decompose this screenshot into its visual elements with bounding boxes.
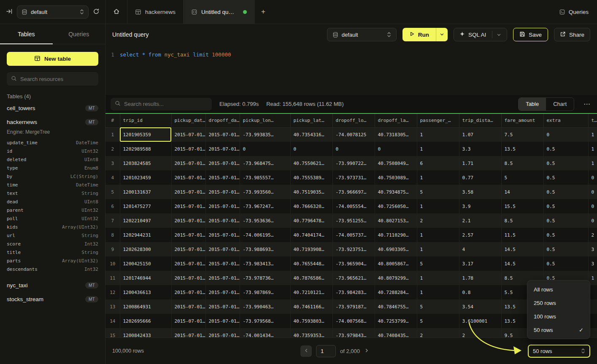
grid-cell[interactable]: 7.5 xyxy=(501,127,543,142)
grid-cell[interactable]: 0.5 xyxy=(543,213,588,228)
grid-cell[interactable]: 2015-07-01… xyxy=(171,127,205,142)
grid-cell[interactable]: 1202695666 xyxy=(120,314,171,328)
column-header-4[interactable]: pickup_lon… xyxy=(240,114,290,127)
grid-cell[interactable]: 0 xyxy=(290,142,332,156)
grid-cell[interactable]: 2.1 xyxy=(459,213,501,228)
view-tab-table[interactable]: Table xyxy=(519,98,546,111)
grid-cell[interactable]: 0 xyxy=(543,127,588,142)
grid-cell[interactable]: 0 xyxy=(588,213,597,228)
grid-cell[interactable]: 2015-07-01… xyxy=(171,170,205,185)
grid-cell[interactable]: -73.966697… xyxy=(332,185,375,199)
grid-cell[interactable]: -73.990463… xyxy=(240,299,290,314)
grid-cell[interactable]: -73.990722… xyxy=(332,156,375,170)
column-header-2[interactable]: pickup_dat… xyxy=(171,114,205,127)
grid-cell[interactable]: 40.7503089… xyxy=(375,170,417,185)
grid-cell[interactable]: 2015-07-01… xyxy=(205,170,240,185)
grid-cell[interactable]: 3.6100001 xyxy=(459,314,501,328)
grid-cell[interactable]: -73.968475… xyxy=(240,156,290,170)
grid-cell[interactable]: -74.001434… xyxy=(240,328,290,337)
grid-cell[interactable]: 14.5 xyxy=(501,256,543,271)
grid-cell[interactable]: 40.7519035… xyxy=(290,185,332,199)
topbar-database-selector[interactable]: default xyxy=(17,5,89,19)
grid-cell[interactable]: -73.978736… xyxy=(240,271,290,285)
grid-cell[interactable]: 40.7408435… xyxy=(375,328,417,337)
run-button[interactable]: Run xyxy=(403,28,436,41)
row-number[interactable]: 14 xyxy=(105,314,120,328)
grid-cell[interactable]: 40.7934875… xyxy=(375,185,417,199)
grid-cell[interactable]: 40.7288284… xyxy=(375,285,417,299)
row-number[interactable]: 12 xyxy=(105,285,120,299)
grid-cell[interactable]: 1 xyxy=(417,271,459,285)
grid-cell[interactable]: 0.5 xyxy=(543,256,588,271)
grid-cell[interactable]: 1200425150 xyxy=(120,256,171,271)
tab-hackernews[interactable]: hackernews xyxy=(127,0,184,24)
grid-cell[interactable]: 1 xyxy=(417,199,459,213)
resource-search[interactable] xyxy=(7,72,98,86)
column-header-6[interactable]: dropoff_lo… xyxy=(332,114,375,127)
grid-cell[interactable]: 1200842433 xyxy=(120,328,171,337)
grid-cell[interactable]: 40.7461166… xyxy=(290,299,332,314)
grid-cell[interactable]: -73.979568… xyxy=(240,314,290,328)
grid-cell[interactable]: 5 xyxy=(417,299,459,314)
grid-cell[interactable]: 1202210497 xyxy=(120,213,171,228)
grid-cell[interactable]: -73.985557… xyxy=(240,170,290,185)
grid-cell[interactable]: -73.965904… xyxy=(332,256,375,271)
grid-cell[interactable]: 0 xyxy=(240,142,290,156)
grid-cell[interactable]: 1202989588 xyxy=(120,142,171,156)
grid-cell[interactable]: 1201905359 xyxy=(120,127,171,142)
grid-cell[interactable]: 40.7210121… xyxy=(290,285,332,299)
share-button[interactable]: Share xyxy=(554,28,590,41)
column-header-8[interactable]: passenger_… xyxy=(417,114,459,127)
next-page-button[interactable] xyxy=(364,348,369,354)
refresh-button[interactable] xyxy=(93,8,100,16)
grid-cell[interactable]: 40.7796478… xyxy=(290,213,332,228)
row-number[interactable]: 6 xyxy=(105,199,120,213)
grid-cell[interactable]: -73.979843… xyxy=(332,328,375,337)
new-table-button[interactable]: New table xyxy=(7,52,98,66)
grid-cell[interactable]: 2 xyxy=(417,328,459,337)
row-number[interactable]: 8 xyxy=(105,228,120,242)
grid-cell[interactable]: 2015-07-01… xyxy=(171,213,205,228)
row-number[interactable]: 9 xyxy=(105,242,120,256)
grid-cell[interactable]: 1201023459 xyxy=(120,170,171,185)
row-number[interactable]: 3 xyxy=(105,156,120,170)
grid-cell[interactable]: 0.5 xyxy=(543,156,588,170)
grid-cell[interactable]: 40.7666320… xyxy=(290,199,332,213)
sidebar-table-nyc_taxi[interactable]: nyc_taxiMT xyxy=(0,278,105,292)
grid-cell[interactable]: 3 xyxy=(588,242,597,256)
grid-cell[interactable]: 13.5 xyxy=(501,142,543,156)
grid-cell[interactable]: 2015-07-01… xyxy=(205,256,240,271)
column-header-5[interactable]: pickup_lat… xyxy=(290,114,332,127)
grid-cell[interactable]: 2 xyxy=(417,213,459,228)
grid-cell[interactable]: 40.7404174… xyxy=(290,228,332,242)
grid-cell[interactable]: 2.57 xyxy=(459,228,501,242)
grid-cell[interactable]: 3.54 xyxy=(459,299,501,314)
row-number[interactable]: 10 xyxy=(105,256,120,271)
grid-cell[interactable]: 1202944231 xyxy=(120,228,171,242)
row-number[interactable]: 4 xyxy=(105,170,120,185)
grid-cell[interactable]: 1 xyxy=(417,170,459,185)
queries-panel-button[interactable]: Queries xyxy=(559,9,589,15)
grid-cell[interactable]: 1200131637 xyxy=(120,185,171,199)
grid-cell[interactable]: 40.8079299… xyxy=(375,271,417,285)
table-field-dead[interactable]: deadUInt8 xyxy=(0,197,105,206)
grid-cell[interactable]: 40.7354316… xyxy=(290,127,332,142)
grid-cell[interactable]: 40.7550621… xyxy=(290,156,332,170)
more-options-button[interactable]: ⋯ xyxy=(582,100,592,108)
table-field-parts[interactable]: partsArray(UInt32) xyxy=(0,256,105,265)
tab-untitled-query[interactable]: Untitled qu… xyxy=(184,0,255,24)
sidebar-collapse-button[interactable] xyxy=(6,8,13,16)
results-search[interactable] xyxy=(111,98,212,111)
grid-cell[interactable]: 0 xyxy=(332,142,375,156)
table-field-title[interactable]: titleString xyxy=(0,248,105,256)
grid-cell[interactable]: 1200864931 xyxy=(120,299,171,314)
grid-cell[interactable]: 0.5 xyxy=(543,228,588,242)
grid-cell[interactable]: 2015-07-01… xyxy=(205,127,240,142)
grid-cell[interactable]: 1.71 xyxy=(459,156,501,170)
grid-cell[interactable]: 3.3 xyxy=(459,142,501,156)
grid-cell[interactable]: 3.9 xyxy=(459,199,501,213)
grid-cell[interactable]: 2 xyxy=(459,328,501,337)
grid-cell[interactable]: 2015-07-01… xyxy=(171,156,205,170)
grid-cell[interactable]: -74.005554… xyxy=(332,199,375,213)
new-tab-button[interactable]: + xyxy=(255,0,272,24)
